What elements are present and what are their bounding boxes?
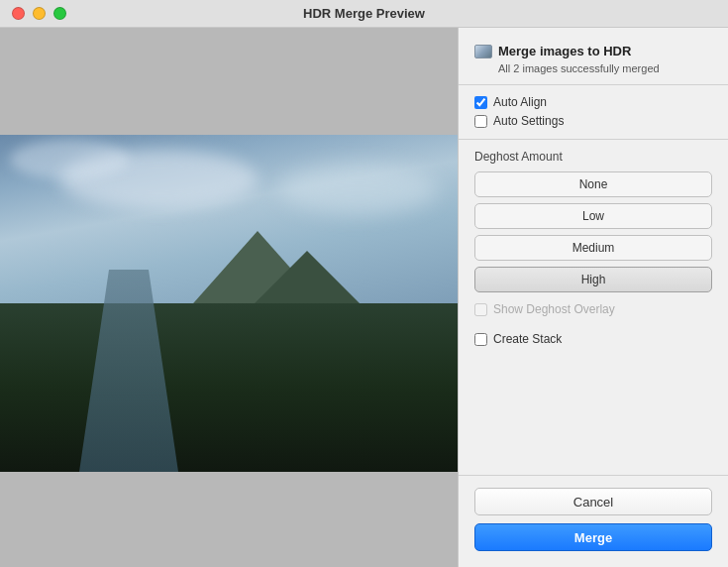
auto-settings-label[interactable]: Auto Settings — [493, 114, 564, 128]
create-stack-checkbox[interactable] — [474, 333, 487, 346]
show-deghost-overlay-label: Show Deghost Overlay — [493, 302, 615, 316]
auto-align-label[interactable]: Auto Align — [493, 95, 547, 109]
close-button[interactable] — [12, 7, 25, 20]
merge-header: Merge images to HDR All 2 images success… — [459, 28, 728, 85]
deghost-label: Deghost Amount — [474, 150, 712, 164]
create-stack-label[interactable]: Create Stack — [493, 332, 562, 346]
preview-panel — [0, 28, 458, 567]
deghost-buttons: None Low Medium High — [474, 171, 712, 292]
create-stack-row: Create Stack — [459, 332, 728, 346]
merge-status: All 2 images successfully merged — [474, 62, 712, 74]
preview-top-gray — [0, 28, 458, 135]
cloud3 — [10, 140, 129, 179]
bottom-buttons: Cancel Merge — [459, 475, 728, 567]
main-layout: Merge images to HDR All 2 images success… — [0, 28, 728, 567]
deghost-low-button[interactable]: Low — [474, 203, 712, 229]
auto-align-row: Auto Align — [474, 95, 712, 109]
merge-title: Merge images to HDR — [498, 44, 631, 58]
cancel-button[interactable]: Cancel — [474, 488, 712, 515]
deghost-high-button[interactable]: High — [474, 267, 712, 292]
show-deghost-overlay-checkbox[interactable] — [474, 303, 487, 316]
auto-align-checkbox[interactable] — [474, 96, 487, 109]
deghost-overlay-row: Show Deghost Overlay — [474, 302, 712, 316]
title-bar: HDR Merge Preview — [0, 0, 728, 28]
preview-bottom-gray — [0, 472, 458, 567]
right-panel: Merge images to HDR All 2 images success… — [458, 28, 728, 567]
window-controls — [12, 7, 66, 20]
deghost-section: Deghost Amount None Low Medium High Show… — [459, 140, 728, 332]
mountains — [0, 201, 458, 320]
auto-settings-checkbox[interactable] — [474, 115, 487, 128]
auto-settings-row: Auto Settings — [474, 114, 712, 128]
deghost-none-button[interactable]: None — [474, 171, 712, 197]
preview-image — [0, 135, 458, 472]
minimize-button[interactable] — [33, 7, 46, 20]
hdr-icon — [474, 45, 492, 58]
forest — [0, 303, 458, 472]
merge-title-row: Merge images to HDR — [474, 44, 712, 58]
maximize-button[interactable] — [53, 7, 66, 20]
options-section: Auto Align Auto Settings — [459, 85, 728, 140]
deghost-medium-button[interactable]: Medium — [474, 235, 712, 261]
spacer — [459, 356, 728, 475]
merge-button[interactable]: Merge — [474, 523, 712, 551]
window-title: HDR Merge Preview — [303, 6, 425, 21]
